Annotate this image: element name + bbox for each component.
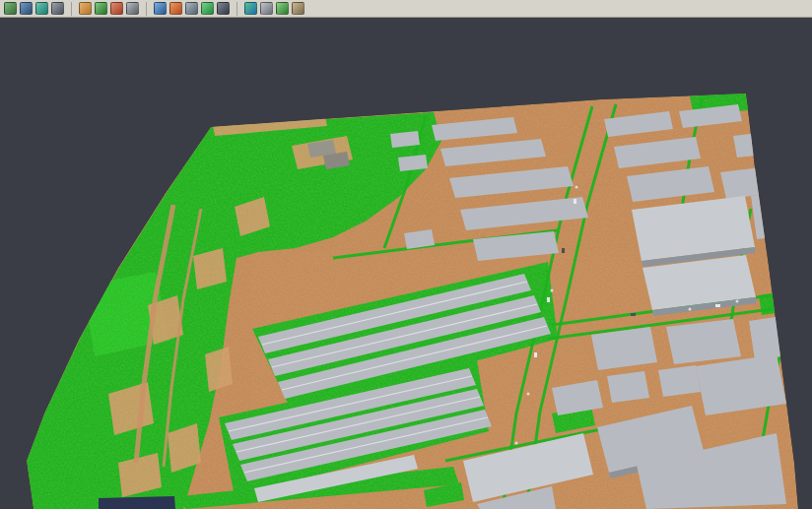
navigation-mode-icon[interactable] [51,2,64,15]
shaded-view-icon[interactable] [217,2,230,15]
dark-structure [99,496,175,509]
grid-toggle-icon[interactable] [185,2,198,15]
ortho-view-icon[interactable] [292,2,304,15]
texture-view-icon[interactable] [276,2,289,15]
mesh-view-icon[interactable] [260,2,273,15]
globe-view-icon[interactable] [244,2,257,15]
toolbar-separator [146,2,147,16]
rectangle-selection-icon[interactable] [79,2,92,15]
delete-selection-icon[interactable] [169,2,182,15]
settings-gear-icon[interactable] [126,2,139,15]
toolbar [0,0,812,18]
toolbar-separator [71,2,72,16]
application-window [0,0,812,509]
terrain-view-icon[interactable] [35,2,48,15]
open-project-icon[interactable] [4,2,17,15]
point-cloud-render [0,18,812,509]
reset-view-icon[interactable] [154,2,167,15]
save-project-icon[interactable] [20,2,33,15]
circle-selection-icon[interactable] [95,2,107,15]
toolbar-separator [237,2,237,16]
freeform-selection-icon[interactable] [110,2,123,15]
model-viewport[interactable] [0,18,812,509]
classify-vegetation-icon[interactable] [201,2,214,15]
